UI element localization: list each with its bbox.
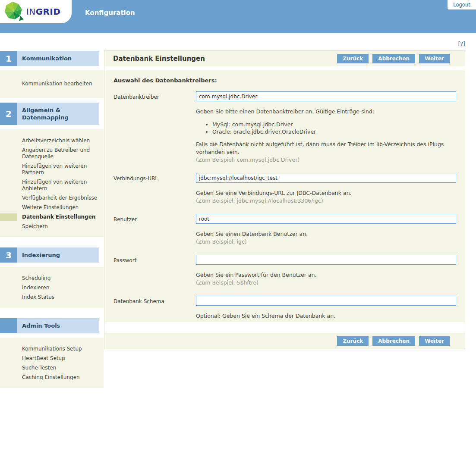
form-row-passwort: Passwort Geben Sie ein Passwort für den … [113, 255, 456, 287]
section-items: Scheduling Indexieren Index Status [0, 267, 104, 308]
sidebar-section-indexierung: 3 Indexierung [0, 247, 104, 263]
field-help: Optional: Geben Sie ein Schema der Daten… [196, 312, 456, 320]
sidebar-item-heartbeat-setup[interactable]: HeartBeat Setup [0, 355, 104, 362]
field-label: Datenbanktreiber [113, 91, 196, 164]
verbindungs-url-input[interactable] [196, 173, 456, 183]
sidebar-nav: 1 Kommunikation Kommunikation bearbeiten… [0, 51, 104, 392]
content-title: Datenbank Einstellungen [113, 55, 205, 63]
brand-text: INGRID [26, 6, 60, 17]
sidebar-item-verfuegbarkeit[interactable]: Verfügbarkeit der Ergebnisse [0, 195, 104, 201]
sidebar-item-caching-einstellungen[interactable]: Caching Einstellungen [0, 374, 104, 381]
sidebar-item-datenbank-einstellungen[interactable]: Datenbank Einstellungen [0, 214, 104, 220]
help-note: Falls die Datenbank nicht aufgeführt ist… [196, 141, 456, 156]
example-text: (Zum Beispiel: jdbc:mysql://localhost:33… [196, 197, 456, 205]
list-item: MySql: com.mysql.jdbc.Driver [212, 121, 456, 128]
section-items: Kommunikation bearbeiten [0, 70, 104, 98]
sidebar-item-weitere-anbieter[interactable]: Hinzufügen von weiteren Anbietern [0, 179, 104, 192]
section-number: 1 [0, 51, 17, 66]
form-row-datenbank-schema: Datenbank Schema Optional: Geben Sie ein… [113, 296, 456, 320]
help-text: Geben Sie ein Passwort für den Benutzer … [196, 271, 456, 279]
sidebar-item-weitere-einstellungen[interactable]: Weitere Einstellungen [0, 204, 104, 211]
example-text: (Zum Beispiel: com.mysql.jdbc.Driver) [196, 156, 456, 164]
section-title: Kommunikation [17, 51, 99, 66]
driver-examples-list: MySql: com.mysql.jdbc.Driver Oracle: ora… [196, 121, 456, 135]
sidebar-item-suche-testen[interactable]: Suche Testen [0, 365, 104, 371]
content-panel: Datenbank Einstellungen Zurück Abbrechen… [104, 50, 465, 349]
bottom-button-row: Zurück Abbrechen Weiter [104, 333, 465, 349]
ingrid-gem-icon [4, 1, 24, 22]
logout-link[interactable]: Logout [453, 2, 470, 8]
database-settings-form: Auswahl des Datenbanktreibers: Datenbank… [104, 70, 465, 322]
passwort-input[interactable] [196, 255, 456, 265]
field-help: Geben Sie bitte einen Datenbanktreiber a… [196, 108, 456, 164]
section-title: Allgemein & Datenmapping [17, 103, 99, 125]
sidebar-item-kommunikations-setup[interactable]: Kommunikations Setup [0, 346, 104, 352]
help-text: Geben Sie eine Verbindungs-URL zur JDBC-… [196, 189, 456, 197]
sidebar-item-angaben-betreiber[interactable]: Angaben zu Betreiber und Datenquelle [0, 147, 104, 160]
section-title: Admin Tools [17, 318, 99, 333]
page-title: Konfiguration [85, 9, 135, 17]
top-button-row: Zurück Abbrechen Weiter [333, 54, 450, 63]
back-button-top[interactable]: Zurück [337, 54, 369, 63]
help-link[interactable]: [?] [458, 41, 465, 47]
section-number: 3 [0, 247, 17, 263]
sidebar-item-kommunikation-bearbeiten[interactable]: Kommunikation bearbeiten [0, 81, 104, 87]
next-button-bottom[interactable]: Weiter [419, 336, 450, 346]
example-text: (Zum Beispiel: igc) [196, 238, 456, 246]
form-row-benutzer: Benutzer Geben Sie einen Datenbank Benut… [113, 214, 456, 246]
sidebar-item-speichern[interactable]: Speichern [0, 223, 104, 230]
back-button-bottom[interactable]: Zurück [337, 336, 369, 346]
field-help: Geben Sie eine Verbindungs-URL zur JDBC-… [196, 189, 456, 205]
help-text: Geben Sie bitte einen Datenbanktreiber a… [196, 108, 456, 116]
datenbanktreiber-input[interactable] [196, 91, 456, 101]
section-number: 2 [0, 103, 17, 125]
sidebar-item-label: Datenbank Einstellungen [22, 214, 95, 220]
sidebar-section-allgemein-datenmapping: 2 Allgemein & Datenmapping [0, 103, 104, 125]
field-label: Passwort [113, 255, 196, 287]
help-text: Geben Sie einen Datenbank Benutzer an. [196, 230, 456, 238]
section-items: Arbeitsverzeichnis wählen Angaben zu Bet… [0, 129, 104, 237]
section-title: Indexierung [17, 247, 99, 263]
sidebar-item-indexieren[interactable]: Indexieren [0, 285, 104, 291]
sidebar-item-arbeitsverzeichnis[interactable]: Arbeitsverzeichnis wählen [0, 138, 104, 144]
field-label: Verbindungs-URL [113, 173, 196, 205]
cancel-button-top[interactable]: Abbrechen [372, 54, 415, 63]
example-text: (Zum Beispiel: 5$hftre) [196, 279, 456, 287]
next-button-top[interactable]: Weiter [419, 54, 450, 63]
logout-button[interactable]: Logout [448, 0, 476, 9]
form-row-verbindungs-url: Verbindungs-URL Geben Sie eine Verbindun… [113, 173, 456, 205]
sidebar-item-scheduling[interactable]: Scheduling [0, 275, 104, 282]
help-text: Optional: Geben Sie ein Schema der Daten… [196, 312, 456, 320]
form-row-datenbanktreiber: Datenbanktreiber Geben Sie bitte einen D… [113, 91, 456, 164]
datenbank-schema-input[interactable] [196, 296, 456, 306]
header-bar: INGRID Konfiguration Logout [0, 0, 476, 33]
section-number [0, 318, 17, 333]
benutzer-input[interactable] [196, 214, 456, 224]
field-label: Benutzer [113, 214, 196, 246]
section-items: Kommunikations Setup HeartBeat Setup Suc… [0, 338, 104, 388]
active-item-marker [0, 213, 17, 221]
content-title-bar: Datenbank Einstellungen Zurück Abbrechen… [104, 51, 465, 66]
sidebar-item-weitere-partner[interactable]: Hinzufügen von weiteren Partnern [0, 163, 104, 176]
logo: INGRID [0, 0, 72, 23]
field-help: Geben Sie ein Passwort für den Benutzer … [196, 271, 456, 287]
separator [104, 322, 465, 333]
cancel-button-bottom[interactable]: Abbrechen [372, 336, 415, 346]
sidebar-section-admin-tools: Admin Tools [0, 318, 104, 333]
field-label: Datenbank Schema [113, 296, 196, 320]
sidebar-section-kommunikation: 1 Kommunikation [0, 51, 104, 66]
form-section-heading: Auswahl des Datenbanktreibers: [113, 77, 456, 84]
field-help: Geben Sie einen Datenbank Benutzer an. (… [196, 230, 456, 246]
list-item: Oracle: oracle.jdbc.driver.OracleDriver [212, 128, 456, 135]
sidebar-item-index-status[interactable]: Index Status [0, 294, 104, 301]
separator [104, 66, 465, 70]
